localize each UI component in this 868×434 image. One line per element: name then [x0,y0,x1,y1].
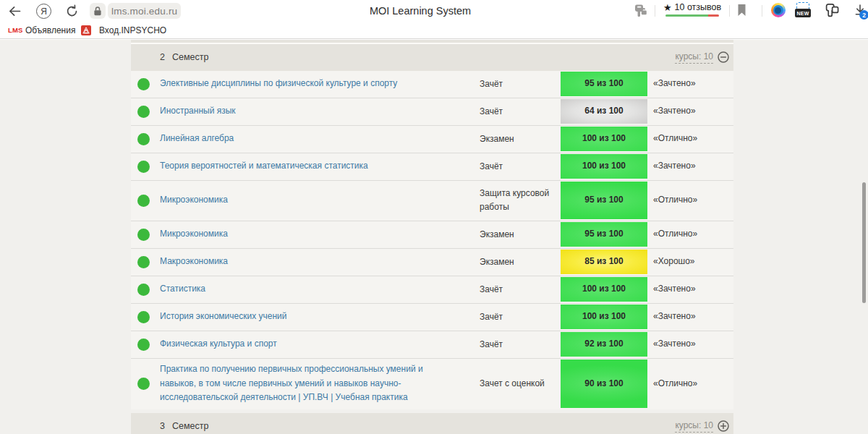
course-status-cell [137,221,150,248]
course-name-link[interactable]: Микроэкономика [160,221,471,248]
course-name-link[interactable]: Линейная алгебра [160,126,471,153]
semester-label: Семестр [172,413,208,434]
course-name-link[interactable]: Микроэкономика [160,181,471,221]
rating-bar [665,14,719,17]
page-scrollbar-thumb[interactable] [862,182,866,303]
extension-browser-icon[interactable] [771,3,786,17]
semester-2-header[interactable]: 2 Семестр курсы: 10 [131,44,733,71]
grade-text: «Хорошо» [653,249,733,276]
score-badge: 100 из 100 [561,154,647,179]
course-status-cell [137,153,150,180]
course-name-link[interactable]: Макроэкономика [160,249,471,276]
password-manager-icon[interactable] [633,3,649,19]
grade-text: «Зачтено» [653,304,733,331]
score-badge: 85 из 100 [561,250,647,274]
course-status-dot [137,229,150,241]
score-badge: 95 из 100 [561,182,647,219]
yandex-letter: Я [41,7,47,17]
bookmark-item-announcements[interactable]: Объявления [25,22,75,38]
course-row: История экономических учений Зачёт 100 и… [131,304,733,331]
course-status-dot [137,106,150,118]
download-count-badge: 2 [859,10,868,20]
extension-new-icon[interactable]: NEW [795,2,811,19]
course-row: Теория вероятностей и математическая ста… [131,153,733,181]
score-badge: 100 из 100 [561,277,647,302]
course-status-cell [137,276,150,303]
course-name-link[interactable]: Статистика [160,276,471,303]
score-badge: 95 из 100 [561,222,647,247]
yandex-button[interactable]: Я [36,4,51,19]
extension-new-icon-frame [796,2,809,9]
course-name-link[interactable]: Теория вероятностей и математическая ста… [160,153,471,180]
score-badge: 100 из 100 [561,305,647,329]
bookmark-page-button[interactable] [736,4,747,17]
back-button[interactable] [7,4,22,18]
course-row: Макроэкономика Экзамен 85 из 100 «Хорошо… [131,249,733,276]
course-row: Микроэкономика Экзамен 95 из 100 «Отличн… [131,221,733,249]
course-name-link[interactable]: Иностранный язык [160,98,471,125]
exam-type: Зачёт [480,153,559,180]
course-name-link[interactable]: Практика по получению первичных професси… [160,359,471,409]
grade-text: «Зачтено» [653,98,733,125]
bookmark-item-vhod-inpsycho[interactable]: Вход.INPSYCHO [99,22,166,38]
toolbar-separator [762,5,762,17]
course-row: Линейная алгебра Экзамен 100 из 100 «Отл… [131,126,733,153]
url-text: lms.moi.edu.ru [111,6,177,17]
exam-type: Экзамен [480,221,559,248]
page-title: MOI Learning System [370,5,471,17]
exam-type: Экзамен [480,126,559,153]
grade-text: «Зачтено» [653,71,733,98]
reviews-count: 10 отзывов [675,2,722,12]
courses-count-link[interactable]: курсы: 10 [675,51,713,64]
bookmark-flag-icon [736,4,747,17]
exam-type: Зачёт [480,98,559,125]
bookmark-inpsycho-favicon [81,22,91,38]
rating-bar-negative [708,14,719,17]
course-row: Практика по получению первичных професси… [131,359,733,409]
course-name-link[interactable]: Элективные дисциплины по физической куль… [160,71,471,98]
course-status-cell [137,181,150,221]
semester-3-header[interactable]: 3 Семестр курсы: 10 [131,413,733,434]
course-table: Элективные дисциплины по физической куль… [131,71,733,409]
exam-type: Экзамен [480,249,559,276]
course-name-link[interactable]: Физическая культура и спорт [160,331,471,358]
lock-icon [93,7,102,16]
course-status-dot [137,256,150,268]
grade-text: «Отлично» [653,359,733,409]
grade-text: «Зачтено» [653,331,733,358]
exam-type: Зачёт [480,331,559,358]
extension-new-icon-label: NEW [795,9,811,17]
score-badge: 90 из 100 [561,359,647,408]
browser-chrome: Я lms.moi.edu.ru MOI Learning System [0,0,868,39]
course-row: Иностранный язык Зачёт 64 из 100 «Зачтен… [131,98,733,126]
grade-text: «Зачтено» [653,153,733,180]
course-status-cell [137,98,150,125]
exam-type: Зачёт [480,304,559,331]
toolbar-separator [655,5,655,17]
grade-text: «Отлично» [653,181,733,221]
collapse-icon[interactable] [718,51,729,63]
lms-page: 2 Семестр курсы: 10 Элективные дисциплин… [0,40,868,434]
course-status-dot [137,195,150,207]
score-badge: 100 из 100 [561,127,647,151]
extension-browser-icon-inner [773,5,783,15]
course-name-link[interactable]: История экономических учений [160,304,471,331]
course-status-cell [137,304,150,331]
semester-number: 2 [160,44,165,71]
course-row: Физическая культура и спорт Зачёт 92 из … [131,331,733,359]
score-badge: 64 из 100 [561,99,647,124]
site-reviews[interactable]: ★ 10 отзывов [663,2,721,17]
course-row: Элективные дисциплины по физической куль… [131,71,733,98]
exam-type: Зачёт [480,276,559,303]
course-status-dot [137,133,150,145]
course-status-dot [137,78,150,90]
site-security-chip[interactable] [90,3,106,19]
course-status-dot [137,378,150,390]
address-bar[interactable]: lms.moi.edu.ru [108,3,181,19]
rating-bar-positive [665,14,708,17]
expand-icon[interactable] [718,420,729,432]
course-status-cell [137,359,150,409]
refresh-button[interactable] [64,4,79,18]
courses-count-link[interactable]: курсы: 10 [675,420,713,433]
extension-collections-icon[interactable] [825,3,839,18]
